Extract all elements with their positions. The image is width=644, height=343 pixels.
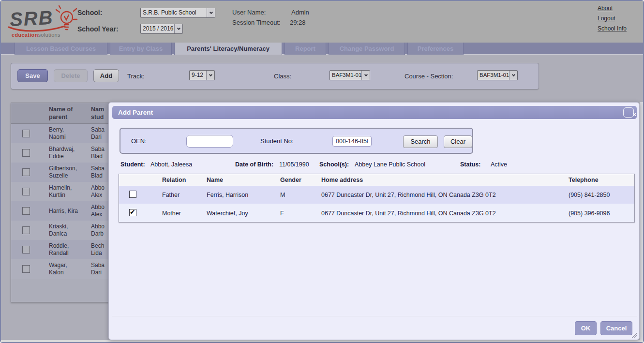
parent-name: Hamelin,Kurtlin xyxy=(49,184,91,199)
save-button[interactable]: Save xyxy=(17,69,48,82)
name-cell: Waterchief, Joy xyxy=(207,210,280,217)
row-checkbox[interactable] xyxy=(22,130,30,137)
course-section-select-value: BAF3M1-01 xyxy=(478,71,509,80)
telephone-cell: (905) 396-9096 xyxy=(569,210,634,217)
school-label: School: xyxy=(77,9,102,16)
gender-cell: F xyxy=(280,210,321,217)
search-button[interactable]: Search xyxy=(403,135,438,148)
student-search-panel: OEN: Student No: Search Clear xyxy=(120,128,473,154)
app-header: SRB educationsolutions School: S.R.B. Pu… xyxy=(1,1,643,43)
header-telephone: Telephone xyxy=(569,177,634,183)
student-no-field[interactable] xyxy=(332,136,372,147)
parent-select-checkbox[interactable] xyxy=(129,191,136,198)
track-label: Track: xyxy=(127,73,145,80)
dob-label: Date of Birth: xyxy=(235,161,273,168)
oen-label: OEN: xyxy=(131,137,147,145)
course-section-select[interactable]: BAF3M1-01 xyxy=(477,70,518,80)
user-name-label: User Name: xyxy=(232,9,266,16)
parent-name: Roddie,Randall xyxy=(49,242,91,257)
tab-preferences[interactable]: Preferences xyxy=(407,43,464,55)
footer-divider xyxy=(112,316,637,316)
dialog-parents-table: Relation Name Gender Home address Teleph… xyxy=(119,174,635,223)
student-value: Abbott, Jaleesa xyxy=(150,161,192,168)
page-margin xyxy=(640,102,643,340)
address-cell: 0677 Duncaster Dr, Unit 27, Richmond Hil… xyxy=(321,210,569,217)
gender-cell: M xyxy=(280,192,321,198)
school-select[interactable]: S.R.B. Public School xyxy=(140,8,215,18)
user-name-value: Admin xyxy=(291,9,309,16)
status-label: Status: xyxy=(460,161,480,168)
oen-field[interactable] xyxy=(186,135,233,148)
srb-logo: SRB educationsolutions xyxy=(8,4,80,40)
logout-link[interactable]: Logout xyxy=(598,15,627,22)
logo-tagline: educationsolutions xyxy=(12,32,60,38)
header-gender: Gender xyxy=(280,177,321,183)
parent-name: Wagar,Kalon xyxy=(49,262,91,276)
school-info-link[interactable]: School Info xyxy=(598,25,627,32)
row-checkbox[interactable] xyxy=(22,226,30,234)
school-select-value: S.R.B. Public School xyxy=(141,8,207,17)
lightbulb-icon xyxy=(54,5,78,37)
delete-button[interactable]: Delete xyxy=(54,69,88,82)
telephone-cell: (905) 841-2850 xyxy=(569,192,634,198)
header-home-address: Home address xyxy=(321,177,569,183)
chevron-down-icon xyxy=(361,71,370,80)
row-checkbox[interactable] xyxy=(22,265,30,273)
header-name: Name xyxy=(207,177,280,183)
parent-name: Bhardwaj,Eddie xyxy=(49,146,91,160)
dialog-table-header-row: Relation Name Gender Home address Teleph… xyxy=(119,174,634,186)
tab-change-password[interactable]: Change Password xyxy=(329,43,405,55)
close-button[interactable]: × xyxy=(623,107,634,118)
page-margin xyxy=(1,340,643,342)
row-checkbox[interactable] xyxy=(22,246,30,254)
app-window: SRB educationsolutions School: S.R.B. Pu… xyxy=(0,0,644,343)
row-checkbox[interactable] xyxy=(22,207,30,215)
track-select[interactable]: 9-12 xyxy=(189,70,215,80)
parent-name: Harris, Kira xyxy=(49,208,91,215)
tab-report[interactable]: Report xyxy=(285,43,326,55)
tab-lesson-based-courses[interactable]: Lesson Based Courses xyxy=(15,43,107,55)
school-year-label: School Year: xyxy=(77,25,119,33)
table-row: Mother Waterchief, Joy F 0677 Duncaster … xyxy=(119,204,634,222)
row-checkbox[interactable] xyxy=(22,188,30,195)
clear-button[interactable]: Clear xyxy=(444,135,472,148)
schools-value: Abbey Lane Public School xyxy=(355,161,425,168)
about-link[interactable]: About xyxy=(598,5,627,12)
add-button[interactable]: Add xyxy=(93,69,119,82)
status-value: Active xyxy=(491,161,507,168)
tab-parents-literacy-numeracy[interactable]: Parents' Literacy/Numeracy xyxy=(174,43,282,55)
nav-tabs: Lesson Based Courses Entry by Class Pare… xyxy=(1,43,643,55)
row-checkbox[interactable] xyxy=(22,168,30,176)
session-timeout-value: 29:28 xyxy=(290,19,306,26)
add-parent-dialog: Add Parent × OEN: Student No: Search Cle… xyxy=(108,102,640,340)
chevron-down-icon xyxy=(207,8,215,17)
table-row: Father Ferris, Harrison M 0677 Duncaster… xyxy=(119,186,634,204)
cancel-button[interactable]: Cancel xyxy=(600,321,632,335)
parent-select-checkbox[interactable] xyxy=(129,209,136,216)
school-year-select[interactable]: 2015 / 2016 xyxy=(140,24,183,34)
student-no-label: Student No: xyxy=(260,137,294,145)
course-section-label: Course - Section: xyxy=(404,73,453,80)
dialog-title: Add Parent xyxy=(118,109,153,116)
dialog-titlebar[interactable]: Add Parent × xyxy=(112,106,637,119)
track-select-value: 9-12 xyxy=(190,71,206,80)
row-checkbox[interactable] xyxy=(22,149,30,157)
tab-entry-by-class[interactable]: Entry by Class xyxy=(110,43,172,55)
address-cell: 0677 Duncaster Dr, Unit 27, Richmond Hil… xyxy=(321,192,569,198)
toolbar-panel: Save Delete Add Track: 9-12 Class: BAF3M… xyxy=(11,63,539,89)
name-cell: Ferris, Harrison xyxy=(207,192,280,198)
session-timeout-label: Session Timeout: xyxy=(232,19,281,26)
parent-name: Berry,Naomi xyxy=(49,126,91,141)
dob-value: 11/05/1990 xyxy=(279,161,309,168)
relation-cell: Mother xyxy=(162,210,207,217)
class-select[interactable]: BAF3M1-01 xyxy=(329,70,370,80)
parent-name: Kriaski,Danica xyxy=(49,223,91,238)
parent-name: Gilbertson,Suzelle xyxy=(49,165,91,179)
chevron-down-icon xyxy=(206,71,214,80)
ok-button[interactable]: OK xyxy=(575,321,597,335)
class-label: Class: xyxy=(274,73,291,80)
header-name-of-parent: Name of parent xyxy=(49,105,91,121)
class-select-value: BAF3M1-01 xyxy=(330,71,361,80)
chevron-down-icon xyxy=(174,24,182,33)
schools-label: School(s): xyxy=(319,161,349,168)
